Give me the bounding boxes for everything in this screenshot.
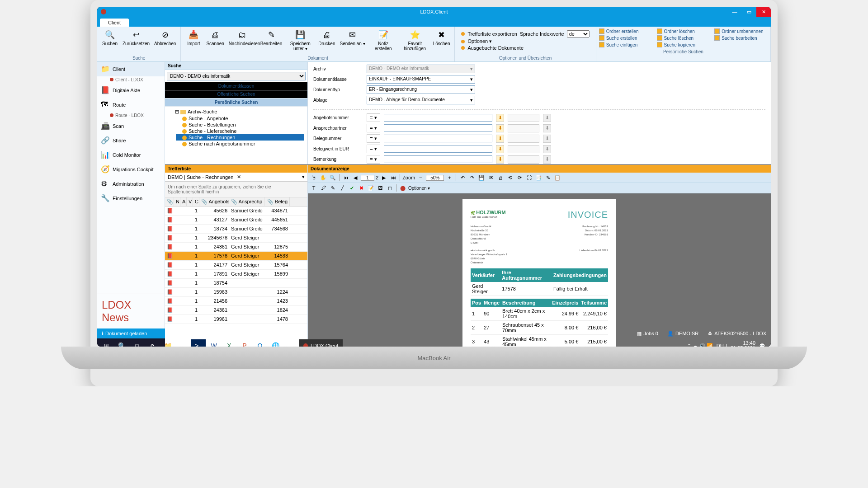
pers-suche-erstellen[interactable]: Suche erstellen (599, 35, 652, 41)
archive-select[interactable]: DEMO - DEMO eks informatik (167, 72, 306, 80)
cat-oeffentliche[interactable]: Öffentliche Suchen (165, 90, 307, 99)
tree-root[interactable]: ⊟ Archiv-Suche (169, 108, 304, 115)
undo-icon[interactable]: ↶ (458, 174, 467, 182)
hitlist-tab[interactable]: DEMO | Suche - Rechnungen✕▾ (165, 173, 307, 182)
table-row[interactable]: 📕118734Samuel Greilo734568 (165, 225, 307, 234)
pen-icon[interactable]: ✎ (329, 184, 337, 192)
field-dokumentklasse[interactable]: EINKAUF - EINKAUFSMAPPE ▾ (367, 75, 475, 84)
filter-belegwert-in-eur[interactable] (384, 145, 492, 153)
table-row[interactable]: 📕124361Gerd Steiger12875 (165, 243, 307, 252)
stamp-icon[interactable]: 📋 (553, 174, 561, 182)
table-header[interactable]: 📎NAVC 📎 Angebotsnr 📎 Ansprechp 📎 Beleg (165, 197, 307, 206)
rotate-left-icon[interactable]: ⟲ (506, 174, 514, 182)
field-archiv[interactable]: DEMO - DEMO eks informatik ▾ (367, 65, 475, 73)
tree-item[interactable]: Suche - Angebote (176, 115, 304, 122)
pers-suche-bearbeiten[interactable]: Suche bearbeiten (714, 35, 768, 41)
nav-sub[interactable]: Route - LDOX (97, 112, 165, 119)
lookup-icon[interactable]: ⬇ (496, 124, 504, 132)
table-row[interactable]: 📕118754 (165, 279, 307, 288)
cat-persoenliche[interactable]: Persönliche Suchen (165, 99, 307, 107)
pers-suche-einf-gen[interactable]: Suche einfügen (599, 42, 652, 47)
layers-icon[interactable]: 📑 (534, 174, 542, 182)
annotate-icon[interactable]: ✎ (544, 174, 552, 182)
nav-migrations-cockpit[interactable]: 🧭Migrations Cockpit (97, 162, 165, 177)
word-icon[interactable]: W (207, 339, 221, 347)
print-icon[interactable]: 🖨 (496, 174, 505, 182)
image-icon[interactable]: 🖼 (376, 184, 384, 192)
ribbon-senden-an-[interactable]: ✉Senden an ▾ (338, 28, 367, 55)
ribbon-notiz-erstellen[interactable]: 📝Notiz erstellen (368, 28, 399, 55)
ribbon-zur-cksetzen[interactable]: ↩Zurücksetzen (121, 28, 151, 55)
shape-icon[interactable]: ◻ (386, 184, 394, 192)
table-row[interactable]: 📕1243611824 (165, 306, 307, 315)
table-row[interactable]: 📕1199611478 (165, 315, 307, 324)
search-icon[interactable]: 🔍 (114, 339, 129, 347)
nav-route[interactable]: 🗺Route (97, 98, 165, 112)
zoom-out-icon[interactable]: − (416, 174, 425, 182)
first-page-icon[interactable]: ⏮ (342, 174, 350, 182)
close-tab-icon[interactable]: ✕ (237, 174, 241, 180)
table-row[interactable]: 📕117578Gerd Steiger14533 (165, 252, 307, 261)
next-page-icon[interactable]: ▶ (380, 174, 388, 182)
note-icon[interactable]: 📝 (367, 184, 375, 192)
table-row[interactable]: 📕1159631224 (165, 288, 307, 297)
mstodo-icon[interactable]: ☑ (283, 339, 298, 347)
prev-page-icon[interactable]: ◀ (351, 174, 359, 182)
zoom-input[interactable] (426, 175, 444, 181)
fullscreen-icon[interactable]: ⛶ (525, 174, 533, 182)
ribbon-tab-client[interactable]: Client (100, 19, 129, 27)
chrome-icon[interactable]: 🌐 (268, 339, 283, 347)
filter-angebotsnummer[interactable] (384, 114, 492, 122)
filter-ansprechpartner[interactable] (384, 124, 492, 132)
tree-item[interactable]: Suche - Lieferscheine (176, 128, 304, 134)
taskbar-ldox[interactable]: LDOX.Client (299, 339, 343, 347)
close-button[interactable]: ✕ (756, 7, 771, 17)
ribbon-favorit-hinzuf-gen[interactable]: ⭐Favorit hinzufügen (400, 28, 430, 55)
nav-client[interactable]: 📁Client (97, 62, 165, 76)
powershell-icon[interactable]: >_ (191, 339, 206, 347)
ribbon-drucken[interactable]: 🖨Drucken (316, 28, 337, 55)
maximize-button[interactable]: ▭ (742, 7, 756, 17)
text-select-icon[interactable]: T (310, 184, 318, 192)
nav-einstellungen[interactable]: 🔧Einstellungen (97, 191, 165, 206)
table-row[interactable]: 📕117891Gerd Steiger15899 (165, 270, 307, 279)
app-icon[interactable]: ▦ (176, 339, 190, 347)
tree-item[interactable]: Suche - Bestellungen (176, 122, 304, 128)
excel-icon[interactable]: X (222, 339, 236, 347)
zoom-in-icon[interactable]: + (445, 174, 453, 182)
tree-item[interactable]: Suche nach Angebotsnummer (176, 141, 304, 147)
tree-item[interactable]: Suche - Rechnungen (176, 134, 304, 141)
start-button[interactable]: ⊞ (99, 339, 113, 347)
lookup-icon[interactable]: ⬇ (496, 114, 504, 122)
ribbon-nachindexieren[interactable]: 🗂Nachindexieren (227, 28, 258, 55)
ribbon-import[interactable]: 📥Import (184, 28, 203, 55)
hand-icon[interactable]: ✋ (319, 174, 327, 182)
options-menu[interactable]: Optionen ▾ (467, 38, 492, 44)
language-select[interactable]: de (567, 30, 590, 38)
ribbon-bearbeiten[interactable]: ✎Bearbeiten (259, 28, 284, 55)
cursor-icon[interactable]: 🖱 (310, 174, 318, 182)
pers-ordner-umbenennen[interactable]: Ordner umbenennen (714, 28, 768, 34)
nav-digitale-akte[interactable]: 📕Digitale Akte (97, 83, 165, 98)
nav-cold-monitor[interactable]: 📊Cold Monitor (97, 148, 165, 162)
lookup-icon[interactable]: ⬇ (496, 155, 504, 164)
ribbon-suchen[interactable]: 🔍Suchen (100, 28, 120, 55)
pers-suche-kopieren[interactable]: Suche kopieren (657, 42, 710, 47)
powerpoint-icon[interactable]: P (237, 339, 252, 347)
rotate-right-icon[interactable]: ⟳ (515, 174, 524, 182)
ribbon-speichern-unter-[interactable]: 💾Speichern unter ▾ (285, 28, 316, 55)
ribbon-abbrechen[interactable]: ⊘Abbrechen (152, 28, 178, 55)
color-picker-icon[interactable]: ⬤ (399, 184, 407, 192)
table-row[interactable]: 📕124177Gerd Steiger15764 (165, 261, 307, 270)
filter-belegnummer[interactable] (384, 135, 492, 142)
pers-ordner-erstellen[interactable]: Ordner erstellen (599, 28, 652, 34)
minimize-button[interactable]: — (727, 7, 742, 17)
pers-ordner-l-schen[interactable]: Ordner löschen (657, 28, 710, 34)
save-icon[interactable]: 💾 (477, 174, 486, 182)
taskview-icon[interactable]: ⧉ (130, 339, 144, 347)
highlight-icon[interactable]: 🖍 (319, 184, 327, 192)
ribbon-l-schen[interactable]: ✖Löschen (431, 28, 452, 55)
nav-scan[interactable]: 📠Scan (97, 119, 165, 133)
zoom-tool-icon[interactable]: 🔍 (329, 174, 337, 182)
field-dokumenttyp[interactable]: ER - Eingangsrechnung ▾ (367, 85, 475, 94)
